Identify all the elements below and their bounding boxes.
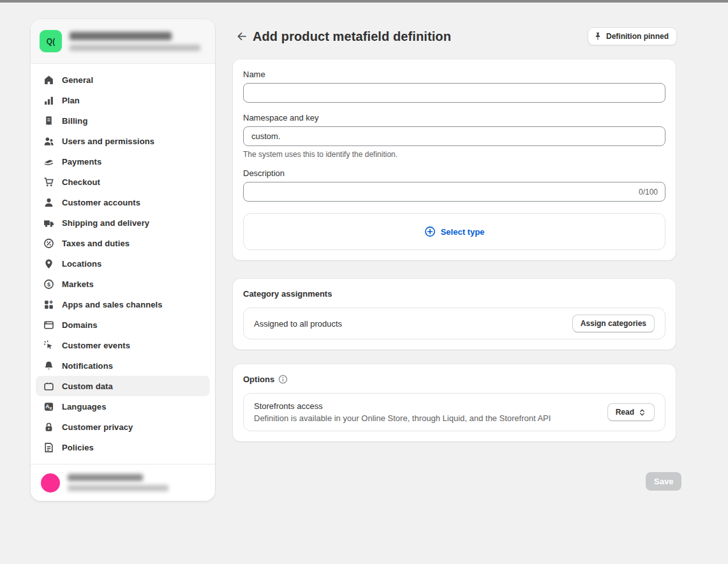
save-button[interactable]: Save: [646, 472, 681, 491]
description-field-group: Description 0/100: [243, 168, 665, 202]
svg-text:x: x: [50, 405, 52, 410]
window-top-edge: [0, 0, 728, 3]
back-arrow-icon: [235, 30, 248, 43]
sidebar-item-billing[interactable]: Billing: [36, 110, 210, 131]
sidebar-item-users-permissions[interactable]: Users and permissions: [36, 131, 210, 151]
sidebar-item-apps-sales-channels[interactable]: Apps and sales channels: [36, 294, 210, 315]
definition-pinned-label: Definition pinned: [606, 32, 669, 41]
storefronts-access-title: Storefronts access: [254, 401, 607, 411]
globe-dollar-icon: $: [43, 279, 54, 290]
updown-chevrons-icon: [638, 408, 646, 417]
browser-icon: [43, 320, 54, 330]
namespace-field-group: Namespace and key The system uses this t…: [243, 113, 665, 159]
sidebar-item-languages[interactable]: Ax Languages: [36, 396, 210, 417]
user-avatar: [41, 473, 60, 493]
database-icon: [43, 381, 54, 392]
person-icon: [43, 197, 54, 208]
category-assignment-row: Assigned to all products Assign categori…: [243, 308, 665, 339]
users-icon: [43, 136, 54, 147]
sidebar-item-customer-accounts[interactable]: Customer accounts: [36, 192, 210, 212]
info-icon[interactable]: [278, 375, 288, 384]
lock-icon: [43, 422, 54, 433]
pushpin-icon: [593, 32, 602, 41]
name-label: Name: [243, 70, 665, 79]
settings-sidebar: Q( General Plan Billing Users and permis…: [31, 19, 215, 501]
assignment-status-text: Assigned to all products: [254, 319, 572, 329]
page-title: Add product metafield definition: [253, 29, 451, 44]
settings-nav: General Plan Billing Users and permissio…: [31, 64, 215, 464]
namespace-label: Namespace and key: [243, 113, 665, 122]
storefronts-access-description: Definition is available in your Online S…: [254, 413, 607, 423]
description-label: Description: [243, 168, 665, 178]
storefronts-access-row: Storefronts access Definition is availab…: [243, 393, 665, 431]
page-header: Add product metafield definition Definit…: [233, 26, 677, 47]
sidebar-item-plan[interactable]: Plan: [36, 90, 210, 110]
cursor-click-icon: [43, 340, 54, 351]
redacted-store-name: [70, 32, 172, 40]
plan-icon: [43, 95, 54, 106]
document-icon: [43, 442, 54, 453]
sidebar-item-locations[interactable]: Locations: [36, 253, 210, 274]
sidebar-item-customer-events[interactable]: Customer events: [36, 335, 210, 355]
user-identity: [68, 474, 168, 491]
name-field-group: Name: [243, 70, 665, 103]
namespace-key-input[interactable]: [243, 126, 665, 146]
category-assignments-card: Category assignments Assigned to all pro…: [233, 279, 676, 350]
redacted-store-url: [70, 45, 200, 51]
store-header[interactable]: Q(: [31, 19, 215, 64]
store-avatar: Q(: [40, 30, 62, 52]
receipt-icon: [43, 115, 54, 126]
svg-text:A: A: [45, 403, 49, 410]
options-title: Options: [243, 375, 274, 384]
svg-text:$: $: [47, 281, 50, 287]
definition-form-card: Name Namespace and key The system uses t…: [233, 59, 676, 260]
sidebar-item-customer-privacy[interactable]: Customer privacy: [36, 417, 210, 437]
category-assignments-title: Category assignments: [243, 289, 332, 299]
sidebar-item-checkout[interactable]: Checkout: [36, 172, 210, 192]
translate-icon: Ax: [43, 401, 54, 412]
storefronts-access-select[interactable]: Read: [607, 403, 655, 421]
sidebar-item-shipping-delivery[interactable]: Shipping and delivery: [36, 212, 210, 233]
redacted-user-name: [68, 474, 143, 481]
apps-icon: [43, 299, 54, 310]
description-input[interactable]: [243, 182, 665, 202]
sidebar-item-notifications[interactable]: Notifications: [36, 355, 210, 376]
sidebar-item-markets[interactable]: $ Markets: [36, 274, 210, 294]
options-card: Options Storefronts access Definition is…: [233, 364, 676, 442]
sidebar-item-payments[interactable]: Payments: [36, 151, 210, 172]
select-type-button[interactable]: Select type: [243, 213, 665, 250]
sidebar-item-custom-data[interactable]: Custom data: [36, 376, 210, 396]
bell-icon: [43, 360, 54, 371]
storefronts-access-value: Read: [616, 408, 634, 417]
sidebar-item-domains[interactable]: Domains: [36, 315, 210, 335]
back-button[interactable]: [233, 27, 251, 45]
plus-circle-icon: [424, 226, 436, 237]
cart-icon: [43, 177, 54, 188]
storefronts-access-text: Storefronts access Definition is availab…: [254, 401, 607, 423]
location-pin-icon: [43, 258, 54, 269]
percent-icon: [43, 238, 54, 249]
store-identity: [70, 32, 200, 51]
store-icon: [43, 75, 54, 85]
user-account-row[interactable]: [31, 464, 215, 501]
definition-pinned-button[interactable]: Definition pinned: [588, 27, 677, 45]
sidebar-item-taxes-duties[interactable]: Taxes and duties: [36, 233, 210, 253]
sidebar-item-policies[interactable]: Policies: [36, 437, 210, 457]
namespace-help-text: The system uses this to identify the def…: [243, 150, 665, 159]
select-type-label: Select type: [441, 227, 485, 237]
assign-categories-button[interactable]: Assign categories: [572, 315, 655, 332]
redacted-user-email: [68, 485, 168, 491]
name-input[interactable]: [243, 83, 665, 103]
payments-icon: [43, 156, 54, 167]
sidebar-item-general[interactable]: General: [36, 70, 210, 90]
truck-icon: [43, 218, 54, 228]
